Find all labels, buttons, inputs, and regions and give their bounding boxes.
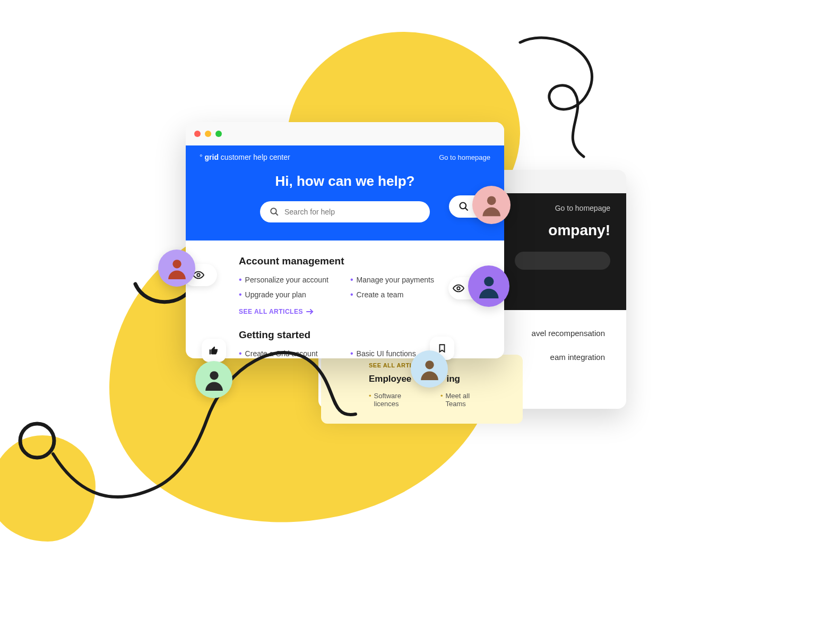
thumbs-up-icon [209,345,219,356]
svg-point-0 [20,424,54,458]
article-item[interactable]: •Personalize your account [239,276,340,284]
section-title: Account management [239,255,451,267]
bookmark-icon [437,343,447,354]
squiggle-line-top [509,32,647,170]
secondary-article-item[interactable]: avel recompensation [532,329,605,338]
svg-point-4 [460,203,466,209]
close-dot-icon[interactable] [194,131,201,137]
see-all-link[interactable]: SEE ALL ARTICLES [239,308,314,315]
svg-point-9 [172,260,181,268]
avatar [411,350,448,388]
primary-window: ° grid customer help center Go to homepa… [186,122,504,358]
search-icon [270,207,279,217]
eye-icon [453,282,464,294]
bullet-icon: • [440,392,443,408]
svg-point-10 [484,277,494,286]
secondary-article-item[interactable]: eam integration [550,353,605,362]
svg-line-5 [465,208,468,211]
secondary-search-placeholder[interactable] [515,252,610,270]
svg-point-12 [425,360,434,369]
search-bar[interactable] [260,201,430,222]
svg-point-8 [487,196,496,205]
section-title: Getting started [239,329,451,341]
svg-point-6 [197,273,200,277]
bullet-icon: • [239,290,242,299]
bullet-icon: • [350,290,353,299]
primary-header: ° grid customer help center Go to homepa… [186,145,504,241]
search-icon [459,201,469,212]
svg-point-1 [271,208,276,214]
avatar [195,361,232,398]
logo[interactable]: ° grid customer help center [200,153,290,161]
avatar [472,186,511,224]
article-item[interactable]: •Manage your payments [350,276,451,284]
maximize-dot-icon[interactable] [215,131,222,137]
primary-content: Account management •Personalize your acc… [186,241,504,358]
article-item[interactable]: •Create a team [350,290,451,299]
search-input[interactable] [284,208,420,216]
arrow-right-icon [306,309,314,314]
homepage-link[interactable]: Go to homepage [439,153,490,161]
minimize-dot-icon[interactable] [205,131,211,137]
svg-line-2 [275,213,278,216]
svg-point-11 [210,371,218,380]
svg-point-7 [457,287,460,290]
main-heading: Hi, how can we help? [200,173,490,190]
tertiary-article-item[interactable]: • Meet all Teams [440,392,475,408]
avatar [158,250,195,287]
bullet-icon: • [350,276,353,284]
bullet-icon: • [239,276,242,284]
avatar [468,265,509,307]
thumbs-up-pill[interactable] [202,339,226,362]
article-item[interactable]: •Upgrade your plan [239,290,340,299]
window-tabbar [186,122,504,145]
